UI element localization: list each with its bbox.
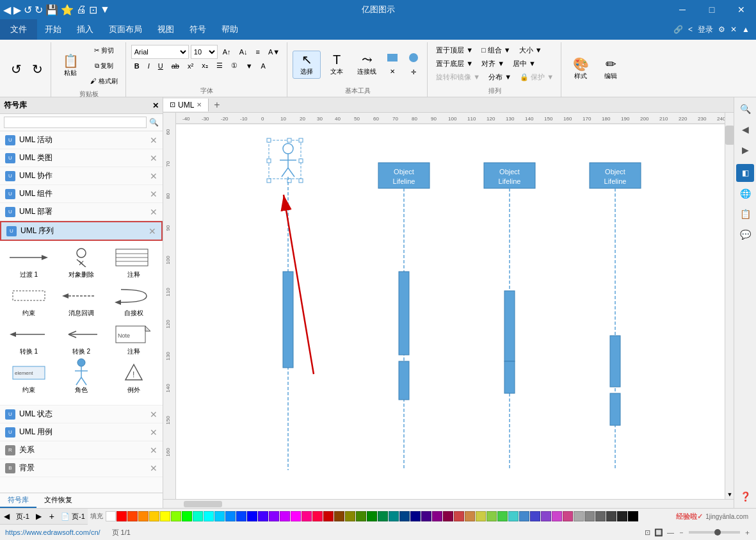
menu-symbol[interactable]: 符号 — [182, 19, 214, 40]
uml-deploy-close[interactable]: ✕ — [150, 207, 157, 217]
redo-button[interactable]: ↻ — [28, 60, 47, 78]
hscroll-thumb[interactable] — [184, 501, 222, 507]
color-darker-gray[interactable] — [606, 511, 616, 521]
star-icon[interactable]: ⭐ — [61, 4, 74, 16]
redo-icon[interactable]: ↻ — [35, 4, 43, 16]
color-gold[interactable] — [149, 511, 159, 521]
menu-start[interactable]: 开始 — [37, 19, 69, 40]
color-medium-pink[interactable] — [563, 511, 573, 521]
add-page-btn[interactable]: + — [209, 99, 225, 111]
style-button[interactable]: 🎨 样式 — [567, 55, 595, 83]
uml-class-close[interactable]: ✕ — [150, 153, 157, 163]
rotate-btn[interactable]: 旋转和镜像 ▼ — [433, 71, 483, 83]
color-hot-pink[interactable] — [302, 511, 312, 521]
color-teal[interactable] — [389, 511, 399, 521]
color-dark-green[interactable] — [356, 511, 366, 521]
minimize-button[interactable]: ─ — [668, 0, 697, 19]
bold-btn[interactable]: B — [131, 61, 143, 71]
color-medium-green[interactable] — [497, 511, 508, 521]
undo-button[interactable]: ↺ — [6, 60, 26, 78]
seq-actor[interactable]: 角色 — [58, 361, 105, 395]
size-btn[interactable]: 大小 ▼ — [516, 44, 545, 56]
color-orchid[interactable] — [552, 511, 562, 521]
circle-button[interactable] — [404, 51, 423, 65]
vscroll-down-btn[interactable]: ▼ — [725, 490, 734, 499]
category-uml-component[interactable]: U UML 组件 ✕ — [0, 185, 163, 203]
print-icon[interactable]: 🖨 — [76, 4, 86, 15]
send-to-back-btn[interactable]: 置于底层 ▼ — [433, 58, 476, 70]
edit-button[interactable]: ✏ 编辑 — [597, 55, 625, 83]
lifeline2[interactable]: Object Lifeline — [484, 163, 535, 188]
color-forest-green[interactable] — [367, 511, 377, 521]
cut-button[interactable]: ✂ 剪切 — [86, 44, 122, 58]
canvas-wrapper[interactable]: Object Lifeline Object Lifeline — [176, 124, 725, 499]
horizontal-scrollbar[interactable] — [163, 499, 734, 508]
font-increase-btn[interactable]: A↑ — [220, 47, 234, 57]
right-panel-btn3[interactable]: ▶ — [736, 141, 754, 159]
font-family-select[interactable]: Arial — [131, 45, 189, 59]
category-relation[interactable]: R 关系 ✕ — [0, 441, 163, 459]
uml-component-close[interactable]: ✕ — [150, 189, 157, 199]
color-pure-blue[interactable] — [247, 511, 257, 521]
color-green[interactable] — [182, 511, 192, 521]
italic-btn[interactable]: I — [145, 61, 153, 71]
color-red[interactable] — [117, 511, 127, 521]
save-icon[interactable]: 💾 — [45, 4, 58, 16]
highlight-btn[interactable]: ▼ — [243, 61, 256, 71]
add-page-icon[interactable]: + — [45, 511, 58, 521]
underline-btn[interactable]: U — [155, 61, 166, 71]
color-cyan[interactable] — [204, 511, 214, 521]
bring-to-front-btn[interactable]: 置于顶层 ▼ — [433, 44, 476, 56]
color-cyan-green[interactable] — [193, 511, 203, 521]
seq-callback[interactable]: 消息回调 — [58, 284, 105, 318]
lifeline1-activation2[interactable] — [399, 361, 409, 400]
menu-view[interactable]: 视图 — [150, 19, 182, 40]
fullscreen-icon[interactable]: ⊡ — [89, 4, 97, 16]
color-medium-gray[interactable] — [584, 511, 595, 521]
page-nav-right-btn[interactable]: ▶ — [32, 512, 45, 521]
font-color-btn[interactable]: A▼ — [265, 47, 283, 57]
fontcolor-btn[interactable]: A — [258, 61, 269, 71]
seq-object-delete[interactable]: ✕ 对象删除 — [58, 246, 105, 279]
zoom-in-btn[interactable]: ＋ — [744, 528, 751, 537]
color-magenta[interactable] — [291, 511, 301, 521]
color-dark-blue[interactable] — [236, 511, 246, 521]
color-navy[interactable] — [399, 511, 410, 521]
font-align-btn[interactable]: ≡ — [252, 47, 262, 57]
right-panel-btn7[interactable]: 💬 — [736, 225, 754, 243]
login-button[interactable]: 登录 — [698, 24, 713, 35]
uml-activity-close[interactable]: ✕ — [150, 135, 157, 145]
align-btn[interactable]: 对齐 ▼ — [478, 58, 508, 70]
color-sky-blue[interactable] — [214, 511, 225, 521]
right-panel-btn5[interactable]: 🌐 — [736, 184, 754, 202]
rect-button[interactable] — [383, 51, 402, 64]
category-uml-usecase[interactable]: U UML 用例 ✕ — [0, 423, 163, 441]
background-close[interactable]: ✕ — [150, 463, 157, 473]
lifeline3[interactable]: Object Lifeline — [590, 163, 641, 188]
menu-help[interactable]: 帮助 — [214, 19, 246, 40]
seq-constraint2[interactable]: element 约束 — [5, 361, 52, 395]
relation-close[interactable]: ✕ — [150, 445, 157, 455]
x-button[interactable]: ✕ — [383, 65, 402, 78]
undo-icon[interactable]: ↺ — [24, 4, 32, 16]
uml-state-close[interactable]: ✕ — [150, 409, 157, 420]
color-burgundy[interactable] — [443, 511, 453, 521]
zoom-slider[interactable] — [689, 531, 740, 534]
color-yellow[interactable] — [160, 511, 170, 521]
actor-activation[interactable] — [283, 272, 293, 368]
plugin-icon[interactable]: ✕ — [730, 25, 737, 34]
category-uml-deploy[interactable]: U UML 部署 ✕ — [0, 203, 163, 221]
tab-symbol-library[interactable]: 符号库 — [0, 493, 36, 508]
vscroll-thumb[interactable] — [725, 126, 734, 145]
color-dark-magenta[interactable] — [432, 511, 442, 521]
color-turquoise[interactable] — [508, 511, 519, 521]
numberedlist-btn[interactable]: ① — [228, 60, 241, 71]
color-dark-gray[interactable] — [595, 511, 606, 521]
paste-button[interactable]: 📋 粘贴 — [56, 52, 84, 80]
edraw-link[interactable]: https://www.edrawsoft.com/cn/ — [5, 528, 101, 536]
connector-button[interactable]: ⤳ 连接线 — [353, 51, 381, 79]
color-purple[interactable] — [269, 511, 279, 521]
lifeline3-activation2[interactable] — [610, 393, 620, 425]
list-btn[interactable]: ☰ — [213, 60, 226, 71]
back-icon[interactable]: ◀ — [3, 4, 11, 16]
